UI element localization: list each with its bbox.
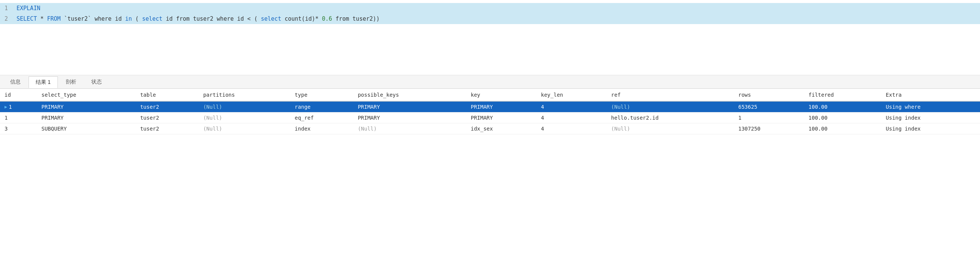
id-col-2: id	[166, 15, 176, 22]
code-content-2: SELECT * FROM `tuser2` where id in ( sel…	[16, 14, 975, 23]
results-table: id select_type table partitions type pos…	[0, 89, 980, 134]
tab-info[interactable]: 信息	[3, 76, 28, 88]
tab-results[interactable]: 结果 1	[29, 76, 58, 88]
cell-filtered: 100.00	[804, 123, 881, 134]
cell-rows: 653625	[734, 101, 804, 112]
kw-from-2: from	[176, 15, 189, 22]
tab-status[interactable]: 状态	[84, 76, 109, 88]
col-key: key	[466, 89, 536, 101]
cell-possible-keys: PRIMARY	[353, 101, 466, 112]
kw-from-3: from	[336, 15, 349, 22]
cell-key: PRIMARY	[466, 101, 536, 112]
table-header-row: id select_type table partitions type pos…	[0, 89, 980, 101]
results-area: id select_type table partitions type pos…	[0, 89, 980, 134]
cell-possible-keys: (Null)	[353, 123, 466, 134]
cell-rows: 1307250	[734, 123, 804, 134]
cell-extra: Using where	[881, 101, 980, 112]
col-extra: Extra	[881, 89, 980, 101]
code-line-2: 2 SELECT * FROM `tuser2` where id in ( s…	[0, 14, 980, 24]
cell-id-value: 1	[9, 104, 12, 110]
cell-ref: hello.tuser2.id	[606, 112, 733, 123]
line-number-1: 1	[5, 4, 12, 13]
paren-open: (	[135, 15, 138, 22]
cell-partitions: (Null)	[199, 101, 291, 112]
num-06: 0.6	[322, 15, 332, 22]
col-type: type	[290, 89, 353, 101]
row-indicator: ▶	[5, 104, 7, 109]
col-id: id	[0, 89, 37, 101]
cell-key-len: 4	[536, 123, 607, 134]
count-fn: count(id)*	[285, 15, 318, 22]
table-tuser2-3: tuser2))	[352, 15, 380, 22]
kw-select: SELECT	[16, 15, 37, 22]
cell-key: idx_sex	[466, 123, 536, 134]
col-possible-keys: possible_keys	[353, 89, 466, 101]
kw-in: in	[125, 15, 132, 22]
cell-type: range	[290, 101, 353, 112]
kw-from: FROM	[47, 15, 60, 22]
kw-select-2: select	[142, 15, 162, 22]
line-number-2: 2	[5, 14, 12, 23]
table-row[interactable]: 3 SUBQUERY tuser2 (Null) index (Null) id…	[0, 123, 980, 134]
cell-partitions: (Null)	[199, 112, 291, 123]
cell-type: eq_ref	[290, 112, 353, 123]
cell-table: tuser2	[136, 101, 199, 112]
code-line-1: 1 EXPLAIN	[0, 3, 980, 14]
cell-ref: (Null)	[606, 101, 733, 112]
cell-id: 3	[0, 123, 37, 134]
table-tuser2: `tuser2`	[64, 15, 94, 22]
cell-select-type: SUBQUERY	[37, 123, 136, 134]
cell-possible-keys: PRIMARY	[353, 112, 466, 123]
cell-partitions: (Null)	[199, 123, 291, 134]
table-row[interactable]: 1 PRIMARY tuser2 (Null) eq_ref PRIMARY P…	[0, 112, 980, 123]
cell-table: tuser2	[136, 112, 199, 123]
id-col: id	[115, 15, 125, 22]
cell-filtered: 100.00	[804, 112, 881, 123]
col-rows: rows	[734, 89, 804, 101]
table-row[interactable]: ▶ 1 PRIMARY tuser2 (Null) range PRIMARY …	[0, 101, 980, 112]
keyword-explain: EXPLAIN	[16, 5, 40, 12]
cell-id: 1	[0, 112, 37, 123]
cell-key: PRIMARY	[466, 112, 536, 123]
tab-profile[interactable]: 剖析	[59, 76, 83, 88]
cell-ref: (Null)	[606, 123, 733, 134]
table-tuser2-2: tuser2	[193, 15, 217, 22]
col-select-type: select_type	[37, 89, 136, 101]
kw-select-3: select	[261, 15, 281, 22]
cell-extra: Using index	[881, 112, 980, 123]
col-partitions: partitions	[199, 89, 291, 101]
id-lt: id < (	[237, 15, 258, 22]
cell-select-type: PRIMARY	[37, 101, 136, 112]
code-content-1: EXPLAIN	[16, 4, 975, 13]
cell-rows: 1	[734, 112, 804, 123]
cell-key-len: 4	[536, 112, 607, 123]
cell-select-type: PRIMARY	[37, 112, 136, 123]
code-editor: 1 EXPLAIN 2 SELECT * FROM `tuser2` where…	[0, 0, 980, 75]
col-ref: ref	[606, 89, 733, 101]
col-filtered: filtered	[804, 89, 881, 101]
kw-where-1: where	[95, 15, 111, 22]
sym-star: *	[40, 15, 47, 22]
cell-type: index	[290, 123, 353, 134]
cell-key-len: 4	[536, 101, 607, 112]
cell-filtered: 100.00	[804, 101, 881, 112]
cell-id: ▶ 1	[0, 101, 37, 112]
cell-extra: Using index	[881, 123, 980, 134]
col-table: table	[136, 89, 199, 101]
tab-bar: 信息 结果 1 剖析 状态	[0, 75, 980, 89]
cell-table: tuser2	[136, 123, 199, 134]
kw-where-2: where	[217, 15, 234, 22]
col-key-len: key_len	[536, 89, 607, 101]
